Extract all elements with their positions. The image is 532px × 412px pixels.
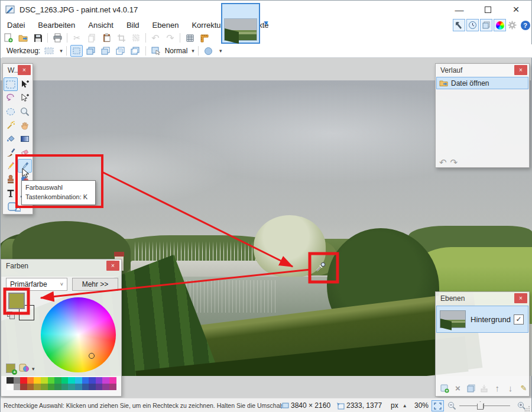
selection-mode-replace-button[interactable] bbox=[70, 45, 83, 57]
tool-zoom[interactable] bbox=[18, 105, 32, 118]
layers-panel-header[interactable]: Ebenen × bbox=[436, 292, 529, 304]
tool-magic-wand[interactable] bbox=[4, 118, 18, 132]
palette-swatch[interactable] bbox=[82, 377, 89, 384]
history-redo-button[interactable]: ↷ bbox=[450, 157, 458, 168]
toggle-colors-panel-button[interactable] bbox=[494, 19, 506, 31]
history-panel-close-button[interactable]: × bbox=[514, 65, 527, 75]
tool-eraser[interactable] bbox=[18, 145, 32, 159]
more-button[interactable]: Mehr >> bbox=[72, 278, 118, 291]
menu-datei[interactable]: Datei bbox=[1, 19, 31, 31]
toggle-history-panel-button[interactable] bbox=[466, 19, 479, 31]
current-tool-button[interactable] bbox=[43, 45, 56, 57]
resize-grip[interactable] bbox=[524, 405, 530, 411]
swap-colors-button[interactable] bbox=[7, 312, 16, 320]
tool-dropdown-chevron[interactable]: ▾ bbox=[60, 48, 63, 54]
selection-render-mode[interactable] bbox=[150, 45, 163, 57]
open-file-button[interactable] bbox=[17, 32, 30, 44]
redo-button[interactable]: ↷ bbox=[164, 32, 177, 44]
layer-properties-button[interactable]: ✎ bbox=[518, 382, 529, 394]
palette-swatch[interactable] bbox=[96, 384, 103, 390]
tool-gradient[interactable] bbox=[18, 132, 32, 145]
print-button[interactable] bbox=[51, 32, 64, 44]
move-layer-down-button[interactable]: ↓ bbox=[505, 382, 515, 394]
palette-swatch[interactable] bbox=[14, 384, 21, 390]
layer-row-hintergrund[interactable]: Hintergrund ✓ bbox=[436, 306, 528, 333]
layers-panel-close-button[interactable]: × bbox=[514, 293, 527, 303]
zoom-out-button[interactable] bbox=[447, 401, 456, 410]
blend-mode-chevron[interactable]: ▾ bbox=[192, 48, 194, 54]
toggle-layers-panel-button[interactable] bbox=[480, 19, 492, 31]
blend-mode-value[interactable]: Normal bbox=[165, 47, 188, 55]
save-button[interactable] bbox=[31, 32, 44, 44]
palette-swatch[interactable] bbox=[27, 384, 34, 390]
settings-button[interactable] bbox=[506, 19, 518, 31]
undo-button[interactable]: ↶ bbox=[149, 32, 162, 44]
palette-swatch[interactable] bbox=[102, 384, 109, 390]
palette-swatch[interactable] bbox=[75, 384, 82, 390]
tool-text[interactable] bbox=[4, 186, 18, 200]
zoom-slider-thumb[interactable] bbox=[477, 401, 484, 410]
grid-toggle-button[interactable] bbox=[183, 32, 196, 44]
maximize-button[interactable] bbox=[475, 1, 501, 18]
tool-paintbrush[interactable] bbox=[4, 145, 18, 159]
palette-swatch[interactable] bbox=[54, 377, 61, 384]
tool-clone-stamp[interactable] bbox=[4, 173, 18, 186]
tools-panel-close-button[interactable]: × bbox=[18, 65, 31, 75]
tools-panel-header[interactable]: W... × bbox=[3, 64, 33, 76]
merge-layer-down-button[interactable] bbox=[479, 382, 489, 394]
palette-swatch[interactable] bbox=[48, 384, 55, 390]
tool-pan[interactable] bbox=[18, 118, 32, 132]
palette-swatch[interactable] bbox=[7, 377, 14, 384]
zoom-to-window-button[interactable] bbox=[432, 400, 444, 411]
palette-swatch[interactable] bbox=[14, 377, 21, 384]
menu-bearbeiten[interactable]: Bearbeiten bbox=[31, 19, 82, 31]
palette-swatch[interactable] bbox=[20, 377, 27, 384]
selection-mode-invert-button[interactable] bbox=[129, 45, 142, 57]
help-button[interactable]: ? bbox=[519, 19, 531, 31]
add-layer-button[interactable] bbox=[439, 382, 450, 394]
selection-mode-subtract-button[interactable] bbox=[100, 45, 112, 57]
history-item-open-file[interactable]: Datei öffnen bbox=[436, 77, 528, 89]
tool-lasso-select[interactable] bbox=[4, 91, 18, 105]
copy-button[interactable] bbox=[85, 32, 98, 44]
tool-rectangle-select[interactable] bbox=[4, 77, 18, 91]
deselect-button[interactable] bbox=[129, 32, 142, 44]
palette-swatch[interactable] bbox=[61, 384, 69, 390]
palette-swatch[interactable] bbox=[27, 377, 34, 384]
image-tab[interactable] bbox=[221, 3, 260, 44]
antialias-chevron[interactable]: ▾ bbox=[219, 48, 222, 54]
history-undo-button[interactable]: ↶ bbox=[439, 157, 447, 168]
selection-mode-intersect-button[interactable] bbox=[115, 45, 127, 57]
tool-move-selected-pixels[interactable] bbox=[18, 77, 32, 91]
color-wheel[interactable] bbox=[41, 297, 116, 372]
minimize-button[interactable]: — bbox=[446, 1, 472, 18]
palette-swatch[interactable] bbox=[96, 377, 103, 384]
toggle-tools-panel-button[interactable] bbox=[453, 19, 465, 31]
antialiasing-toggle[interactable] bbox=[202, 45, 215, 57]
color-wheel-marker[interactable] bbox=[89, 353, 95, 359]
palette-swatch[interactable] bbox=[41, 384, 48, 390]
palette-swatch[interactable] bbox=[48, 377, 55, 384]
palette-swatch[interactable] bbox=[54, 384, 61, 390]
add-color-to-palette-button[interactable]: + bbox=[6, 364, 15, 373]
palette-swatch[interactable] bbox=[20, 384, 27, 390]
primary-color-swatch[interactable] bbox=[8, 293, 25, 309]
palette-swatch[interactable] bbox=[68, 377, 75, 384]
tool-shapes[interactable] bbox=[7, 200, 21, 213]
tool-ellipse-select[interactable] bbox=[4, 105, 18, 118]
image-list-chevron[interactable]: ▼ bbox=[262, 19, 270, 27]
palette-swatch[interactable] bbox=[34, 384, 41, 390]
duplicate-layer-button[interactable] bbox=[466, 382, 476, 394]
ruler-toggle-button[interactable] bbox=[198, 32, 211, 44]
zoom-slider-track[interactable] bbox=[459, 405, 510, 406]
close-button[interactable]: × bbox=[503, 1, 529, 18]
palette-swatch[interactable] bbox=[61, 377, 69, 384]
delete-layer-button[interactable]: × bbox=[452, 382, 463, 394]
palette-swatch[interactable] bbox=[41, 377, 48, 384]
palette-menu-button[interactable] bbox=[19, 363, 30, 372]
unit-selector[interactable]: px ▲ bbox=[391, 401, 407, 410]
colors-panel-close-button[interactable]: × bbox=[106, 261, 119, 271]
layer-visibility-checkbox[interactable]: ✓ bbox=[514, 314, 524, 325]
move-layer-up-button[interactable]: ↑ bbox=[492, 382, 502, 394]
tool-paint-bucket[interactable] bbox=[4, 132, 18, 145]
